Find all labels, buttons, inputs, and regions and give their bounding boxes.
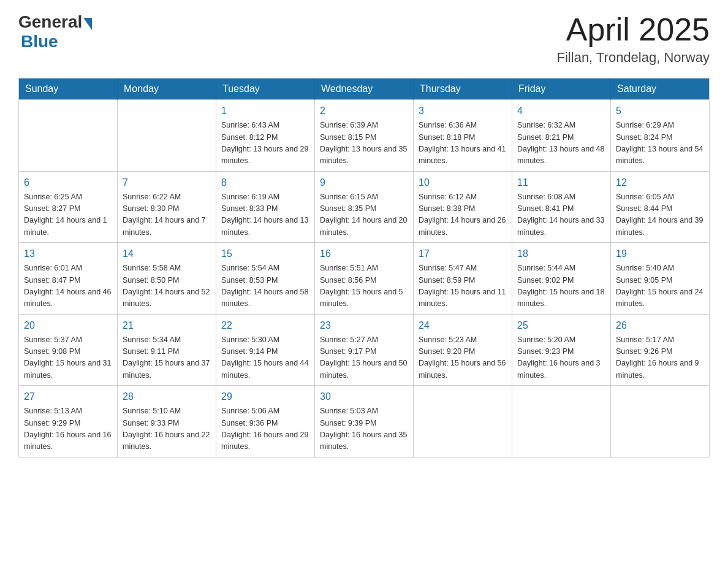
calendar-week-row: 27Sunrise: 5:13 AMSunset: 9:29 PMDayligh…	[19, 386, 710, 458]
calendar-cell: 13Sunrise: 6:01 AMSunset: 8:47 PMDayligh…	[19, 243, 118, 315]
calendar-cell: 20Sunrise: 5:37 AMSunset: 9:08 PMDayligh…	[19, 314, 118, 386]
logo-arrow-icon	[83, 18, 92, 30]
day-number: 1	[221, 104, 309, 118]
calendar-cell: 24Sunrise: 5:23 AMSunset: 9:20 PMDayligh…	[414, 314, 512, 386]
day-info: Sunrise: 5:06 AMSunset: 9:36 PMDaylight:…	[221, 405, 309, 453]
day-info: Sunrise: 5:13 AMSunset: 9:29 PMDaylight:…	[24, 405, 112, 453]
page-subtitle: Fillan, Trondelag, Norway	[557, 50, 710, 66]
calendar-cell	[414, 386, 512, 458]
day-info: Sunrise: 5:23 AMSunset: 9:20 PMDaylight:…	[419, 334, 507, 382]
weekday-header: Saturday	[611, 79, 710, 100]
day-number: 27	[24, 389, 112, 404]
day-number: 5	[616, 104, 704, 118]
calendar-cell: 5Sunrise: 6:29 AMSunset: 8:24 PMDaylight…	[611, 100, 710, 172]
day-info: Sunrise: 6:43 AMSunset: 8:12 PMDaylight:…	[221, 120, 309, 167]
logo-blue-text: Blue	[21, 32, 58, 52]
weekday-header: Sunday	[19, 79, 118, 100]
day-number: 22	[221, 318, 309, 333]
calendar-cell	[118, 100, 216, 172]
day-number: 6	[24, 175, 112, 190]
day-number: 2	[320, 104, 408, 118]
calendar-table: SundayMondayTuesdayWednesdayThursdayFrid…	[18, 78, 710, 458]
day-info: Sunrise: 5:54 AMSunset: 8:53 PMDaylight:…	[221, 262, 309, 310]
calendar-cell: 30Sunrise: 5:03 AMSunset: 9:39 PMDayligh…	[315, 386, 414, 458]
weekday-header: Friday	[512, 79, 611, 100]
page-title: April 2025	[557, 12, 710, 47]
calendar-cell: 22Sunrise: 5:30 AMSunset: 9:14 PMDayligh…	[216, 314, 315, 386]
calendar-week-row: 6Sunrise: 6:25 AMSunset: 8:27 PMDaylight…	[19, 171, 710, 243]
day-info: Sunrise: 5:20 AMSunset: 9:23 PMDaylight:…	[517, 334, 605, 382]
calendar-cell: 26Sunrise: 5:17 AMSunset: 9:26 PMDayligh…	[611, 314, 710, 386]
calendar-cell: 14Sunrise: 5:58 AMSunset: 8:50 PMDayligh…	[118, 243, 216, 315]
day-number: 21	[123, 318, 211, 333]
day-info: Sunrise: 6:05 AMSunset: 8:44 PMDaylight:…	[616, 191, 704, 239]
day-info: Sunrise: 5:47 AMSunset: 8:59 PMDaylight:…	[419, 262, 507, 310]
calendar-cell: 6Sunrise: 6:25 AMSunset: 8:27 PMDaylight…	[19, 171, 118, 243]
calendar-cell	[611, 386, 710, 458]
day-number: 29	[221, 389, 309, 404]
day-info: Sunrise: 6:22 AMSunset: 8:30 PMDaylight:…	[123, 191, 211, 239]
day-info: Sunrise: 5:44 AMSunset: 9:02 PMDaylight:…	[517, 262, 605, 310]
day-number: 9	[320, 175, 408, 190]
calendar-cell: 16Sunrise: 5:51 AMSunset: 8:56 PMDayligh…	[315, 243, 414, 315]
calendar-cell: 7Sunrise: 6:22 AMSunset: 8:30 PMDaylight…	[118, 171, 216, 243]
logo-general-text: General	[18, 12, 82, 32]
calendar-cell: 10Sunrise: 6:12 AMSunset: 8:38 PMDayligh…	[414, 171, 512, 243]
day-info: Sunrise: 6:39 AMSunset: 8:15 PMDaylight:…	[320, 120, 408, 167]
day-info: Sunrise: 6:25 AMSunset: 8:27 PMDaylight:…	[24, 191, 112, 239]
day-info: Sunrise: 6:19 AMSunset: 8:33 PMDaylight:…	[221, 191, 309, 239]
calendar-cell: 17Sunrise: 5:47 AMSunset: 8:59 PMDayligh…	[414, 243, 512, 315]
calendar-cell: 2Sunrise: 6:39 AMSunset: 8:15 PMDaylight…	[315, 100, 414, 172]
day-info: Sunrise: 5:30 AMSunset: 9:14 PMDaylight:…	[221, 334, 309, 382]
title-block: April 2025 Fillan, Trondelag, Norway	[557, 12, 710, 66]
calendar-cell: 28Sunrise: 5:10 AMSunset: 9:33 PMDayligh…	[118, 386, 216, 458]
day-number: 18	[517, 247, 605, 261]
day-info: Sunrise: 6:15 AMSunset: 8:35 PMDaylight:…	[320, 191, 408, 239]
calendar-cell: 4Sunrise: 6:32 AMSunset: 8:21 PMDaylight…	[512, 100, 611, 172]
day-number: 12	[616, 175, 704, 190]
calendar-cell: 3Sunrise: 6:36 AMSunset: 8:18 PMDaylight…	[414, 100, 512, 172]
day-number: 20	[24, 318, 112, 333]
day-info: Sunrise: 5:03 AMSunset: 9:39 PMDaylight:…	[320, 405, 408, 453]
day-number: 26	[616, 318, 704, 333]
calendar-cell	[19, 100, 118, 172]
calendar-cell: 25Sunrise: 5:20 AMSunset: 9:23 PMDayligh…	[512, 314, 611, 386]
calendar-cell: 19Sunrise: 5:40 AMSunset: 9:05 PMDayligh…	[611, 243, 710, 315]
calendar-cell: 9Sunrise: 6:15 AMSunset: 8:35 PMDaylight…	[315, 171, 414, 243]
weekday-header: Wednesday	[315, 79, 414, 100]
calendar-cell: 27Sunrise: 5:13 AMSunset: 9:29 PMDayligh…	[19, 386, 118, 458]
day-info: Sunrise: 5:37 AMSunset: 9:08 PMDaylight:…	[24, 334, 112, 382]
day-number: 4	[517, 104, 605, 118]
calendar-cell: 18Sunrise: 5:44 AMSunset: 9:02 PMDayligh…	[512, 243, 611, 315]
day-number: 24	[419, 318, 507, 333]
weekday-header: Thursday	[414, 79, 512, 100]
day-info: Sunrise: 5:27 AMSunset: 9:17 PMDaylight:…	[320, 334, 408, 382]
calendar-week-row: 13Sunrise: 6:01 AMSunset: 8:47 PMDayligh…	[19, 243, 710, 315]
calendar-cell: 29Sunrise: 5:06 AMSunset: 9:36 PMDayligh…	[216, 386, 315, 458]
day-number: 28	[123, 389, 211, 404]
day-info: Sunrise: 6:12 AMSunset: 8:38 PMDaylight:…	[419, 191, 507, 239]
page-header: General Blue April 2025 Fillan, Trondela…	[18, 12, 710, 66]
day-number: 13	[24, 247, 112, 261]
day-number: 17	[419, 247, 507, 261]
calendar-cell: 21Sunrise: 5:34 AMSunset: 9:11 PMDayligh…	[118, 314, 216, 386]
day-number: 19	[616, 247, 704, 261]
calendar-week-row: 20Sunrise: 5:37 AMSunset: 9:08 PMDayligh…	[19, 314, 710, 386]
day-info: Sunrise: 6:01 AMSunset: 8:47 PMDaylight:…	[24, 262, 112, 310]
day-info: Sunrise: 5:34 AMSunset: 9:11 PMDaylight:…	[123, 334, 211, 382]
day-info: Sunrise: 5:40 AMSunset: 9:05 PMDaylight:…	[616, 262, 704, 310]
day-number: 3	[419, 104, 507, 118]
calendar-week-row: 1Sunrise: 6:43 AMSunset: 8:12 PMDaylight…	[19, 100, 710, 172]
day-number: 25	[517, 318, 605, 333]
weekday-header: Monday	[118, 79, 216, 100]
day-info: Sunrise: 5:17 AMSunset: 9:26 PMDaylight:…	[616, 334, 704, 382]
day-info: Sunrise: 6:08 AMSunset: 8:41 PMDaylight:…	[517, 191, 605, 239]
day-number: 10	[419, 175, 507, 190]
calendar-cell: 11Sunrise: 6:08 AMSunset: 8:41 PMDayligh…	[512, 171, 611, 243]
logo: General Blue	[18, 12, 92, 52]
weekday-header: Tuesday	[216, 79, 315, 100]
calendar-cell: 8Sunrise: 6:19 AMSunset: 8:33 PMDaylight…	[216, 171, 315, 243]
day-number: 14	[123, 247, 211, 261]
day-info: Sunrise: 5:58 AMSunset: 8:50 PMDaylight:…	[123, 262, 211, 310]
day-number: 15	[221, 247, 309, 261]
